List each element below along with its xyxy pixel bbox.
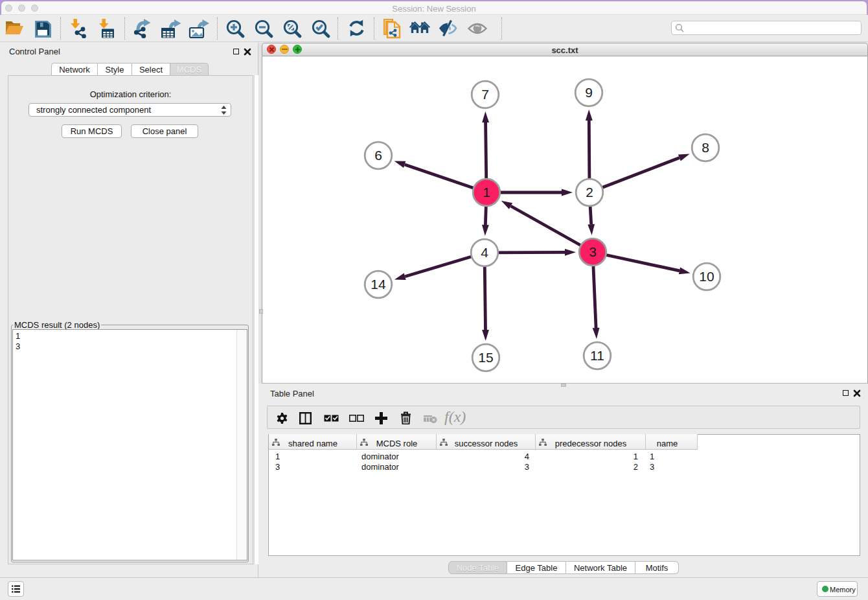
svg-text:10: 10 <box>699 269 714 284</box>
svg-text:7: 7 <box>481 87 489 102</box>
svg-text:6: 6 <box>374 148 382 163</box>
svg-text:8: 8 <box>702 140 709 155</box>
svg-text:4: 4 <box>481 245 488 260</box>
svg-text:2: 2 <box>586 185 593 200</box>
svg-text:9: 9 <box>585 85 593 100</box>
svg-text:3: 3 <box>589 244 597 259</box>
svg-text:1: 1 <box>483 185 490 200</box>
svg-text:11: 11 <box>590 348 604 363</box>
svg-text:14: 14 <box>371 277 386 292</box>
svg-text:15: 15 <box>478 350 493 365</box>
